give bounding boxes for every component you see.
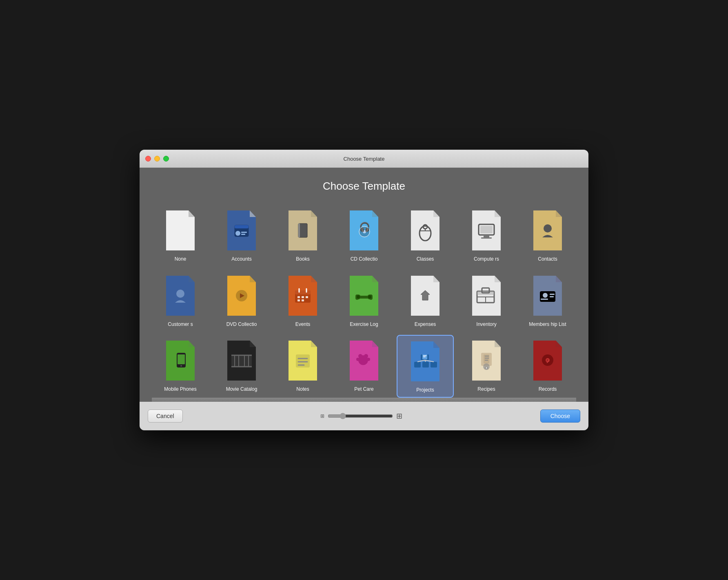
template-item-none[interactable]: None [152, 205, 209, 266]
template-icon-inventory [468, 273, 505, 318]
template-label-mobile-phones: Mobile Phones [164, 386, 196, 393]
svg-point-18 [544, 224, 552, 232]
svg-rect-4 [241, 234, 245, 235]
template-icon-accounts [223, 208, 260, 253]
template-item-records[interactable]: ♪ Records [519, 335, 576, 398]
svg-point-63 [364, 354, 368, 358]
titlebar: Choose Template [140, 150, 588, 168]
template-label-membership-list: Members hip List [529, 321, 566, 328]
size-slider-container: ⊞ ⊞ [320, 412, 402, 421]
traffic-lights [145, 156, 169, 162]
template-icon-computers [468, 208, 505, 253]
template-item-computers[interactable]: Compute rs [458, 205, 515, 266]
template-item-books[interactable]: Books [274, 205, 331, 266]
template-item-contacts[interactable]: Contacts [519, 205, 576, 266]
main-content: Choose Template None Accounts [140, 168, 588, 402]
template-grid: None Accounts Books [152, 205, 576, 398]
svg-point-2 [235, 231, 240, 236]
svg-rect-26 [297, 296, 300, 298]
template-item-accounts[interactable]: Accounts [213, 205, 270, 266]
minimize-button[interactable] [154, 156, 160, 162]
template-item-pet-care[interactable]: Pet Care [335, 335, 393, 398]
template-item-expenses[interactable]: Expenses [397, 270, 454, 331]
template-label-projects: Projects [416, 387, 434, 394]
template-icon-expenses [407, 273, 444, 318]
template-label-recipes: Recipes [477, 386, 495, 393]
template-icon-events [284, 273, 321, 318]
svg-rect-1 [235, 225, 249, 228]
template-label-none: None [175, 256, 186, 263]
template-icon-contacts [529, 208, 566, 253]
template-item-events[interactable]: Events [274, 270, 331, 331]
template-label-contacts: Contacts [538, 256, 557, 263]
template-label-events: Events [295, 321, 311, 328]
svg-rect-29 [297, 299, 300, 301]
template-icon-membership-list [529, 273, 566, 318]
template-icon-notes [284, 338, 321, 383]
template-item-dvd-collection[interactable]: DVD Collectio [213, 270, 270, 331]
template-label-pet-care: Pet Care [354, 386, 373, 393]
template-icon-classes [407, 208, 444, 253]
template-item-exercise-log[interactable]: Exercise Log [335, 270, 393, 331]
template-icon-dvd-collection [223, 273, 260, 318]
template-label-notes: Notes [296, 386, 309, 393]
svg-rect-48 [178, 354, 185, 364]
template-label-computers: Compute rs [474, 256, 499, 263]
svg-rect-44 [541, 299, 548, 300]
template-item-mobile-phones[interactable]: Mobile Phones [152, 335, 209, 398]
template-label-inventory: Inventory [476, 321, 496, 328]
template-label-exercise-log: Exercise Log [350, 321, 378, 328]
template-label-movie-catalog: Movie Catalog [226, 386, 257, 393]
template-icon-customers [162, 273, 199, 318]
svg-rect-15 [484, 235, 489, 237]
template-label-dvd-collection: DVD Collectio [226, 321, 257, 328]
svg-point-43 [543, 293, 548, 298]
template-item-membership-list[interactable]: Members hip List [519, 270, 576, 331]
template-item-notes[interactable]: Notes [274, 335, 331, 398]
svg-rect-27 [302, 296, 304, 298]
svg-rect-46 [550, 296, 554, 297]
svg-rect-23 [295, 290, 311, 294]
template-icon-projects [407, 339, 444, 384]
template-icon-none [162, 208, 199, 253]
svg-point-19 [176, 290, 184, 298]
svg-text:♪: ♪ [546, 357, 549, 364]
large-icon: ⊞ [396, 412, 402, 421]
template-item-movie-catalog[interactable]: Movie Catalog [213, 335, 270, 398]
svg-rect-69 [431, 362, 437, 367]
svg-rect-67 [414, 362, 421, 367]
template-label-customers: Customer s [168, 321, 193, 328]
template-item-cd-collection[interactable]: 🎧 CD Collectio [335, 205, 393, 266]
choose-button[interactable]: Choose [540, 410, 580, 423]
svg-rect-68 [422, 362, 429, 367]
template-icon-movie-catalog [223, 338, 260, 383]
svg-rect-3 [241, 232, 247, 233]
template-item-inventory[interactable]: Inventory [458, 270, 515, 331]
template-icon-exercise-log [346, 273, 382, 318]
template-label-expenses: Expenses [415, 321, 436, 328]
template-item-projects[interactable]: Projects [397, 335, 454, 398]
template-label-records: Records [539, 386, 557, 393]
svg-rect-6 [298, 224, 300, 237]
fullscreen-button[interactable] [163, 156, 169, 162]
template-icon-pet-care [346, 338, 382, 383]
template-label-classes: Classes [417, 256, 434, 263]
template-item-customers[interactable]: Customer s [152, 270, 209, 331]
svg-rect-45 [550, 294, 555, 295]
close-button[interactable] [145, 156, 151, 162]
template-label-accounts: Accounts [231, 256, 251, 263]
cutoff-indicator [152, 398, 576, 402]
svg-rect-30 [302, 299, 304, 301]
template-icon-books [284, 208, 321, 253]
window-title: Choose Template [344, 156, 385, 162]
footer: Cancel ⊞ ⊞ Choose [140, 402, 588, 430]
template-item-classes[interactable]: Classes [397, 205, 454, 266]
cancel-button[interactable]: Cancel [148, 410, 183, 423]
svg-point-35 [368, 295, 372, 299]
size-slider[interactable] [328, 413, 393, 419]
template-item-recipes[interactable]: Recipes [458, 335, 515, 398]
main-window: Choose Template Choose Template None Acc… [140, 150, 588, 430]
template-label-cd-collection: CD Collectio [351, 256, 378, 263]
svg-point-65 [367, 358, 370, 361]
template-icon-mobile-phones [162, 338, 199, 383]
